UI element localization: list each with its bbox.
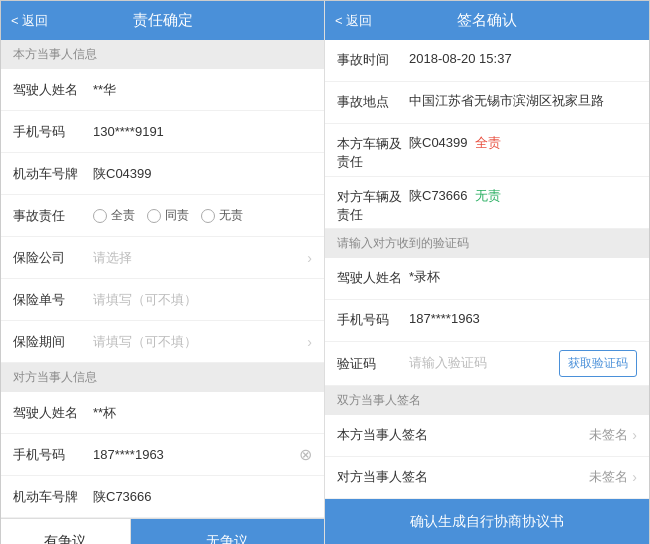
own-plate-value: 陕C04399	[93, 165, 312, 183]
own-signature-row[interactable]: 本方当事人签名 未签名 ›	[325, 415, 649, 457]
radio-shared-circle	[147, 209, 161, 223]
other-signature-arrow-icon: ›	[632, 469, 637, 485]
app-container: < 返回 责任确定 本方当事人信息 驾驶人姓名 **华 手机号码 130****…	[0, 0, 650, 544]
own-phone-label: 手机号码	[13, 123, 93, 141]
left-header: < 返回 责任确定	[1, 1, 324, 40]
other-driver-name-row: 驾驶人姓名 **杯	[1, 392, 324, 434]
radio-full-circle	[93, 209, 107, 223]
other-plate-row: 机动车号牌 陕C73666	[1, 476, 324, 518]
other-driver-verify-name-value: *录杯	[409, 268, 637, 286]
verification-code-label: 验证码	[337, 354, 409, 373]
right-title: 签名确认	[457, 11, 517, 28]
radio-none[interactable]: 无责	[201, 207, 243, 224]
other-signature-status: 未签名	[589, 468, 628, 486]
right-back-button[interactable]: < 返回	[335, 12, 372, 30]
accident-location-row: 事故地点 中国江苏省无锡市滨湖区祝家旦路	[325, 82, 649, 124]
policy-number-row[interactable]: 保险单号 请填写（可不填）	[1, 279, 324, 321]
accident-time-value: 2018-08-20 15:37	[409, 50, 637, 68]
insurance-company-row[interactable]: 保险公司 请选择 ›	[1, 237, 324, 279]
insurance-company-placeholder: 请选择	[93, 249, 303, 267]
accident-location-value: 中国江苏省无锡市滨湖区祝家旦路	[409, 92, 637, 110]
own-signature-label: 本方当事人签名	[337, 426, 589, 444]
verify-section-label: 请输入对方收到的验证码	[325, 229, 649, 258]
radio-full-label: 全责	[111, 207, 135, 224]
other-driver-name-label: 驾驶人姓名	[13, 404, 93, 422]
get-verification-code-button[interactable]: 获取验证码	[559, 350, 637, 377]
other-phone-label: 手机号码	[13, 446, 93, 464]
liability-row: 事故责任 全责 同责 无责	[1, 195, 324, 237]
own-driver-name-row: 驾驶人姓名 **华	[1, 69, 324, 111]
no-dispute-button[interactable]: 无争议	[131, 519, 324, 544]
other-vehicle-label: 对方车辆及责任	[337, 187, 409, 224]
accident-location-label: 事故地点	[337, 92, 409, 111]
insurance-company-label: 保险公司	[13, 249, 93, 267]
own-liability-tag: 全责	[472, 135, 502, 150]
other-liability-tag: 无责	[472, 188, 502, 203]
other-plate-value: 陕C73666	[93, 488, 312, 506]
other-phone-verify-label: 手机号码	[337, 310, 409, 329]
section-other-label: 对方当事人信息	[1, 363, 324, 392]
radio-full[interactable]: 全责	[93, 207, 135, 224]
dispute-button[interactable]: 有争议	[1, 519, 131, 544]
insurance-period-label: 保险期间	[13, 333, 93, 351]
sign-section-label: 双方当事人签名	[325, 386, 649, 415]
insurance-company-arrow-icon: ›	[307, 250, 312, 266]
policy-number-label: 保险单号	[13, 291, 93, 309]
radio-none-circle	[201, 209, 215, 223]
own-plate-row: 机动车号牌 陕C04399	[1, 153, 324, 195]
liability-label: 事故责任	[13, 207, 93, 225]
policy-number-placeholder: 请填写（可不填）	[93, 291, 312, 309]
other-driver-verify-name-row: 驾驶人姓名 *录杯	[325, 258, 649, 300]
own-driver-name-value: **华	[93, 81, 312, 99]
clear-phone-icon[interactable]: ⊗	[299, 445, 312, 464]
radio-none-label: 无责	[219, 207, 243, 224]
liability-radio-group: 全责 同责 无责	[93, 207, 312, 224]
other-signature-row[interactable]: 对方当事人签名 未签名 ›	[325, 457, 649, 499]
accident-time-row: 事故时间 2018-08-20 15:37	[325, 40, 649, 82]
radio-shared[interactable]: 同责	[147, 207, 189, 224]
other-plate-label: 机动车号牌	[13, 488, 93, 506]
own-phone-value: 130****9191	[93, 124, 312, 139]
own-signature-status: 未签名	[589, 426, 628, 444]
own-plate-label: 机动车号牌	[13, 165, 93, 183]
other-phone-verify-row: 手机号码 187****1963	[325, 300, 649, 342]
other-driver-verify-name-label: 驾驶人姓名	[337, 268, 409, 287]
other-vehicle-value: 陕C73666 无责	[409, 187, 637, 205]
radio-shared-label: 同责	[165, 207, 189, 224]
own-signature-arrow-icon: ›	[632, 427, 637, 443]
right-panel: < 返回 签名确认 事故时间 2018-08-20 15:37 事故地点 中国江…	[325, 1, 649, 544]
left-title: 责任确定	[133, 11, 193, 28]
right-header: < 返回 签名确认	[325, 1, 649, 40]
other-driver-name-value: **杯	[93, 404, 312, 422]
own-vehicle-value: 陕C04399 全责	[409, 134, 637, 152]
left-back-button[interactable]: < 返回	[11, 12, 48, 30]
insurance-period-placeholder: 请填写（可不填）	[93, 333, 303, 351]
left-panel: < 返回 责任确定 本方当事人信息 驾驶人姓名 **华 手机号码 130****…	[1, 1, 325, 544]
verification-code-row: 验证码 请输入验证码 获取验证码	[325, 342, 649, 386]
own-vehicle-row: 本方车辆及责任 陕C04399 全责	[325, 124, 649, 177]
confirm-generate-button[interactable]: 确认生成自行协商协议书	[325, 499, 649, 544]
other-phone-value: 187****1963	[93, 447, 295, 462]
own-vehicle-label: 本方车辆及责任	[337, 134, 409, 171]
insurance-period-row[interactable]: 保险期间 请填写（可不填） ›	[1, 321, 324, 363]
left-footer: 有争议 无争议	[1, 518, 324, 544]
insurance-period-arrow-icon: ›	[307, 334, 312, 350]
accident-time-label: 事故时间	[337, 50, 409, 69]
own-driver-name-label: 驾驶人姓名	[13, 81, 93, 99]
verification-code-input[interactable]: 请输入验证码	[409, 354, 555, 372]
own-phone-row: 手机号码 130****9191	[1, 111, 324, 153]
other-signature-label: 对方当事人签名	[337, 468, 589, 486]
other-phone-row: 手机号码 187****1963 ⊗	[1, 434, 324, 476]
section-own-label: 本方当事人信息	[1, 40, 324, 69]
other-phone-verify-value: 187****1963	[409, 310, 637, 328]
other-vehicle-row: 对方车辆及责任 陕C73666 无责	[325, 177, 649, 230]
